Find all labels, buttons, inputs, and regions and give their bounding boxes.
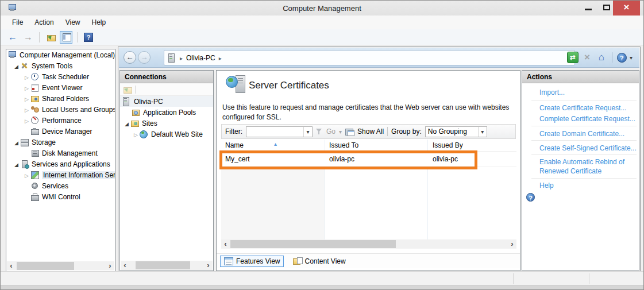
tab-content-view[interactable]: Content View <box>290 256 349 266</box>
expand-expander-icon[interactable] <box>23 171 30 179</box>
tree-item-local-users-groups[interactable]: Local Users and Groups <box>6 104 115 115</box>
action-help[interactable]: Help <box>539 181 554 190</box>
action-create-domain-certificate[interactable]: Create Domain Certificate... <box>539 129 624 138</box>
go-button[interactable]: Go <box>326 127 336 136</box>
breadcrumb-location[interactable]: Olivia-PC <box>186 54 215 62</box>
scroll-left-icon[interactable] <box>7 261 16 270</box>
forward-icon <box>141 53 148 61</box>
column-issued-by[interactable]: Issued By <box>433 141 463 149</box>
menu-file[interactable]: File <box>6 17 29 28</box>
chevron-down-icon[interactable] <box>306 127 309 136</box>
connections-toolbar <box>120 83 213 96</box>
scrollbar-thumb[interactable] <box>230 240 396 248</box>
connections-item-default-web-site[interactable]: Default Web Site <box>120 129 213 140</box>
export-list-button[interactable] <box>44 31 57 44</box>
scrollbar-thumb[interactable] <box>17 262 74 270</box>
connections-item-server[interactable]: Olivia-PC <box>120 96 213 107</box>
expand-expander-icon[interactable] <box>23 84 30 92</box>
tree-item-event-viewer[interactable]: Event Viewer <box>6 82 115 93</box>
menu-help[interactable]: Help <box>86 17 112 28</box>
sort-ascending-icon[interactable] <box>274 140 277 148</box>
tree-item-system-tools[interactable]: System Tools <box>6 60 115 71</box>
help-icon[interactable] <box>617 53 627 63</box>
scroll-right-icon[interactable] <box>204 261 213 270</box>
expand-expander-icon[interactable] <box>23 106 30 114</box>
go-dropdown-icon[interactable] <box>339 127 342 136</box>
menu-action[interactable]: Action <box>29 17 59 28</box>
column-name[interactable]: Name <box>225 141 244 149</box>
scroll-left-icon[interactable] <box>221 239 230 249</box>
home-icon[interactable] <box>596 52 607 63</box>
action-import[interactable]: Import... <box>539 88 565 97</box>
connections-item-application-pools[interactable]: Application Pools <box>120 107 213 118</box>
breadcrumb-arrow-icon[interactable] <box>180 54 183 62</box>
connections-item-sites[interactable]: Sites <box>120 118 213 129</box>
help-button[interactable] <box>82 31 95 44</box>
grouping-select[interactable]: No Grouping <box>425 126 487 137</box>
minimize-button[interactable] <box>580 1 597 16</box>
expand-expander-icon[interactable] <box>23 73 30 81</box>
show-all-icon <box>345 127 354 136</box>
collapse-expander-icon[interactable] <box>13 160 20 168</box>
tree-item-services[interactable]: Services <box>6 180 115 191</box>
back-button[interactable] <box>6 31 19 44</box>
tree-item-disk-management[interactable]: Disk Management <box>6 148 115 158</box>
content-view-icon <box>293 257 302 265</box>
action-complete-certificate-request[interactable]: Complete Certificate Request... <box>539 114 635 123</box>
scroll-right-icon[interactable] <box>508 239 516 249</box>
help-icon <box>84 33 93 42</box>
stop-icon[interactable] <box>581 52 593 63</box>
filter-funnel-icon <box>316 128 323 135</box>
show-all-button[interactable]: Show All <box>357 127 384 136</box>
breadcrumb[interactable]: Olivia-PC <box>164 50 575 65</box>
chevron-down-icon[interactable] <box>481 127 484 136</box>
tree-item-performance[interactable]: Performance <box>6 115 115 126</box>
tree-item-services-applications[interactable]: Services and Applications <box>6 158 115 169</box>
view-tabbar: Features View Content View <box>217 253 520 268</box>
collapse-expander-icon[interactable] <box>123 119 130 127</box>
tree-item-internet-information-services[interactable]: Internet Information Services <box>6 169 115 180</box>
connections-panel: Connections Olivia-PC Application Pools … <box>119 70 214 271</box>
certificates-table-header: Name Issued To Issued By <box>221 140 516 152</box>
help-icon <box>526 193 535 202</box>
tree-item-device-manager[interactable]: Device Manager <box>6 126 115 137</box>
collapse-expander-icon[interactable] <box>13 138 20 146</box>
refresh-icon[interactable] <box>567 52 579 63</box>
action-enable-automatic-rebind[interactable]: Enable Automatic Rebind of Renewed Certi… <box>539 157 636 176</box>
menu-view[interactable]: View <box>60 17 86 28</box>
action-create-certificate-request[interactable]: Create Certificate Request... <box>539 103 626 113</box>
tree-item-task-scheduler[interactable]: Task Scheduler <box>6 71 115 82</box>
connections-horizontal-scrollbar[interactable] <box>121 261 213 270</box>
collapse-expander-icon[interactable] <box>13 62 20 70</box>
show-console-tree-button[interactable] <box>60 31 72 44</box>
help-dropdown-icon[interactable] <box>630 53 633 61</box>
services-applications-icon <box>20 160 29 168</box>
task-scheduler-icon <box>30 72 39 81</box>
iis-forward-button[interactable] <box>138 51 151 64</box>
filter-input[interactable] <box>246 126 313 137</box>
tree-horizontal-scrollbar[interactable] <box>7 261 114 270</box>
list-horizontal-scrollbar[interactable] <box>221 239 516 249</box>
scroll-left-icon[interactable] <box>121 261 129 270</box>
tab-features-view[interactable]: Features View <box>220 256 284 267</box>
tree-item-computer-management[interactable]: Computer Management (Local) <box>6 49 115 60</box>
save-connections-icon[interactable] <box>123 85 132 94</box>
column-issued-to[interactable]: Issued To <box>329 141 358 149</box>
expand-expander-icon[interactable] <box>23 95 30 103</box>
device-manager-icon <box>30 127 39 136</box>
scrollbar-thumb[interactable] <box>136 261 190 269</box>
expand-expander-icon[interactable] <box>132 130 140 138</box>
breadcrumb-arrow-icon[interactable] <box>219 54 222 62</box>
tree-item-shared-folders[interactable]: Shared Folders <box>6 93 115 104</box>
tree-item-wmi-control[interactable]: WMI Control <box>6 191 115 202</box>
iis-back-button[interactable] <box>124 51 136 64</box>
forward-button[interactable] <box>22 31 34 44</box>
titlebar[interactable]: Computer Management × <box>1 1 643 16</box>
action-create-self-signed-certificate[interactable]: Create Self-Signed Certificate... <box>539 144 637 153</box>
scroll-right-icon[interactable] <box>106 261 114 270</box>
event-viewer-icon <box>30 83 39 92</box>
close-button[interactable]: × <box>613 1 640 16</box>
expand-expander-icon[interactable] <box>23 117 30 125</box>
tree-item-storage[interactable]: Storage <box>6 137 115 148</box>
export-list-icon <box>47 33 55 41</box>
